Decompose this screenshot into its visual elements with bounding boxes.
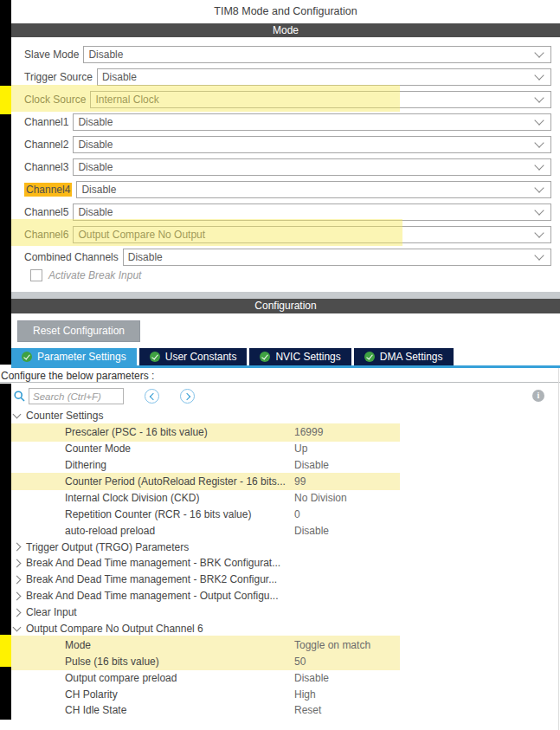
param-value[interactable]: Toggle on match [294,639,370,651]
clock-source-select[interactable]: Internal Clock [90,91,551,108]
tree-param-repetition-counter[interactable]: Repetition Counter (RCR - 16 bits value)… [11,506,557,522]
tree-param-ch-idle-state[interactable]: CH Idle State Reset [11,702,557,719]
next-match-button[interactable] [180,389,195,404]
chevron-down-icon [534,160,544,170]
activate-break-input-checkbox[interactable] [30,269,42,281]
chevron-right-icon [13,559,22,568]
tree-param-mode[interactable]: Mode Toggle on match [11,636,557,653]
channel4-select[interactable]: Disable [76,181,551,198]
combined-channels-select[interactable]: Disable [123,249,551,266]
param-label: Dithering [65,459,106,471]
tab-parameter-settings[interactable]: Parameter Settings [11,348,137,365]
tree-param-prescaler[interactable]: Prescaler (PSC - 16 bits value) 16999 [11,424,557,441]
tree-group-clear-input[interactable]: Clear Input [11,604,557,621]
dropdown-value: Disable [78,161,113,173]
combined-channels-label: Combined Channels [24,251,119,263]
tim8-config-panel: TIM8 Mode and Configuration Mode Slave M… [0,0,560,730]
tree-param-counter-mode[interactable]: Counter Mode Up [11,441,557,457]
dropdown-value: Disable [128,251,163,263]
tree-param-pulse[interactable]: Pulse (16 bits value) 50 [11,653,557,669]
channel6-select[interactable]: Output Compare No Output [73,226,551,243]
param-value[interactable]: Reset [294,704,321,716]
slave-mode-select[interactable]: Disable [83,46,551,63]
left-black-strip [0,384,11,720]
tree-param-auto-reload-preload[interactable]: auto-reload preload Disable [11,522,557,539]
param-label: auto-reload preload [65,525,155,537]
chevron-right-icon [183,392,190,399]
param-value[interactable]: Disable [294,525,329,537]
chevron-down-icon [534,250,544,260]
tab-user-constants[interactable]: User Constants [139,348,248,365]
dropdown-value: Disable [78,139,113,151]
channel1-label: Channel1 [24,116,68,128]
channel1-select[interactable]: Disable [73,113,551,131]
param-label: CH Polarity [65,688,118,701]
param-value[interactable]: High [294,688,316,701]
dropdown-value: Output Compare No Output [78,229,205,241]
mode-row-channel1: Channel1 Disable [24,113,551,131]
trigger-source-label: Trigger Source [24,71,93,83]
tree-param-ch-polarity[interactable]: CH Polarity High [11,686,557,702]
param-value[interactable]: 0 [294,508,300,520]
tab-label: NVIC Settings [275,351,340,363]
tree-group-trigger-output[interactable]: Trigger Output (TRGO) Parameters [11,539,557,555]
green-check-icon [22,352,32,362]
chevron-down-icon [13,623,22,632]
trigger-source-select[interactable]: Disable [97,68,551,86]
tree-param-counter-period[interactable]: Counter Period (AutoReload Register - 16… [11,474,557,490]
dropdown-value: Disable [78,116,113,128]
tree-group-label: Output Compare No Output Channel 6 [26,623,203,635]
mode-row-channel5: Channel5 Disable [24,203,551,221]
mode-row-channel4: Channel4 Disable [24,181,551,198]
channel3-label: Channel3 [24,161,68,173]
clock-source-label: Clock Source [24,94,86,106]
tab-label: Parameter Settings [37,351,126,363]
tree-group-counter-settings[interactable]: Counter Settings [11,408,557,424]
previous-match-button[interactable] [145,389,159,404]
section-divider [11,292,560,299]
channel3-select[interactable]: Disable [73,158,551,176]
info-icon[interactable]: i [532,390,544,402]
slave-mode-label: Slave Mode [24,48,79,61]
chevron-down-icon [534,48,544,57]
tree-group-label: Break And Dead Time management - BRK Con… [26,557,280,569]
param-label: CH Idle State [65,704,126,716]
tab-label: DMA Settings [380,351,443,363]
param-value[interactable]: Disable [294,672,329,684]
tab-label: User Constants [165,351,237,363]
chevron-right-icon [13,591,22,600]
dropdown-value: Disable [81,184,116,196]
tree-param-internal-clock-division[interactable]: Internal Clock Division (CKD) No Divisio… [11,489,557,506]
divider-line [0,382,560,383]
tree-group-output-configuration[interactable]: Break And Dead Time management - Output … [11,588,557,604]
tab-nvic-settings[interactable]: NVIC Settings [249,348,351,365]
mode-row-combined-channels: Combined Channels Disable [24,249,551,266]
param-label: Mode [65,639,91,651]
tree-group-label: Break And Dead Time management - Output … [26,590,279,602]
dropdown-value: Disable [102,71,137,83]
tab-dma-settings[interactable]: DMA Settings [354,348,454,365]
tree-group-brk2-configuration[interactable]: Break And Dead Time management - BRK2 Co… [11,572,557,588]
param-value[interactable]: Up [294,443,307,455]
mode-row-channel6: Channel6 Output Compare No Output [24,226,551,243]
param-value[interactable]: 50 [294,656,306,668]
chevron-right-icon [13,575,22,584]
tree-group-brk-configuration[interactable]: Break And Dead Time management - BRK Con… [11,555,557,572]
param-value[interactable]: 16999 [294,426,323,438]
reset-configuration-button[interactable]: Reset Configuration [17,320,140,342]
param-value[interactable]: Disable [294,459,329,471]
param-label: Counter Mode [65,443,131,455]
channel5-select[interactable]: Disable [73,203,551,221]
channel2-select[interactable]: Disable [73,136,551,153]
mode-row-channel3: Channel3 Disable [24,158,551,176]
dropdown-value: Internal Clock [95,94,158,106]
tree-group-output-compare-channel6[interactable]: Output Compare No Output Channel 6 [11,621,557,637]
mode-row-channel2: Channel2 Disable [24,136,551,153]
search-input[interactable] [29,388,124,404]
param-value[interactable]: No Division [294,492,347,504]
param-value[interactable]: 99 [294,475,306,488]
tree-param-output-compare-preload[interactable]: Output compare preload Disable [11,669,557,686]
channel4-label: Channel4 [24,183,72,197]
tree-param-dithering[interactable]: Dithering Disable [11,457,557,474]
chevron-down-icon [534,115,544,125]
